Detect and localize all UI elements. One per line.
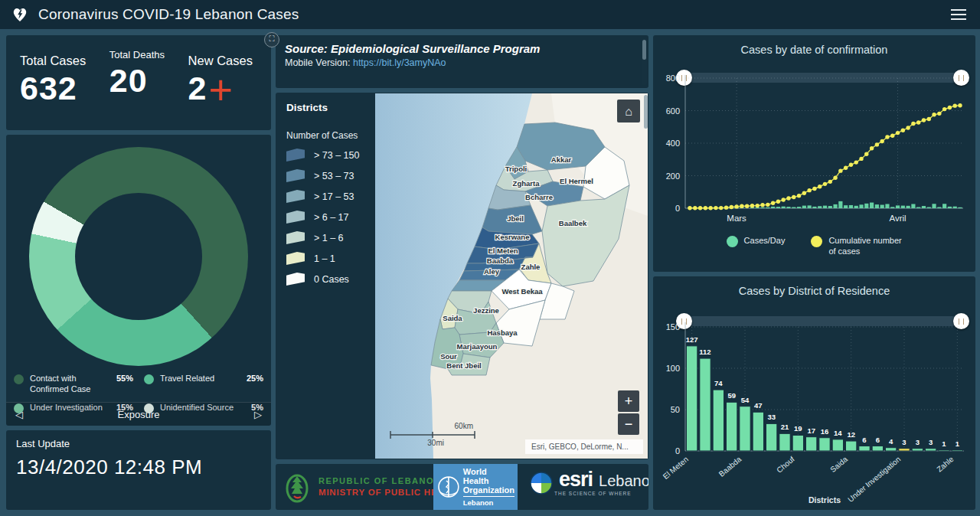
last-update-panel: Last Update 13/4/2020 12:48 PM	[6, 430, 271, 510]
esri-region: Lebanon	[599, 472, 648, 490]
svg-text:14: 14	[834, 429, 842, 437]
svg-text:59: 59	[727, 391, 736, 400]
svg-text:6: 6	[862, 436, 866, 444]
scrollbar[interactable]	[642, 38, 647, 85]
svg-text:6: 6	[876, 436, 880, 444]
lebanon-districts-map[interactable]: AkkarEl HermelTripoliZghartaBcharreBaalb…	[375, 93, 648, 459]
who-region: Lebanon	[463, 498, 514, 507]
svg-text:100: 100	[666, 364, 680, 373]
total-deaths-value: 20	[109, 60, 165, 102]
svg-text:400: 400	[666, 139, 680, 148]
scrollbar[interactable]	[644, 95, 648, 129]
svg-text:19: 19	[794, 424, 802, 433]
exposure-pager: ◁ Exposure ▷	[6, 402, 271, 426]
total-deaths-label: Total Deaths	[109, 49, 165, 60]
scale-mi-label: 30mi	[427, 439, 444, 447]
moph-cedar-icon	[283, 469, 312, 504]
svg-text:El Meten: El Meten	[488, 247, 518, 255]
summary-stats-panel: Total Cases 632 Total Deaths 20 New Case…	[6, 35, 271, 130]
svg-text:74: 74	[714, 379, 723, 387]
svg-text:Zahle: Zahle	[935, 455, 956, 474]
who-line2: Organization	[463, 485, 514, 495]
svg-text:3: 3	[902, 438, 906, 446]
svg-text:Bcharre: Bcharre	[525, 193, 553, 201]
svg-text:33: 33	[767, 413, 776, 421]
svg-text:127: 127	[686, 335, 698, 344]
previous-page-arrow-icon[interactable]: ◁	[6, 409, 32, 420]
source-panel: Source: Epidemiological Surveillance Pro…	[276, 35, 648, 88]
panel-expand-button[interactable]: ⛶	[264, 32, 279, 47]
esri-globe-icon	[528, 470, 554, 496]
svg-text:50: 50	[671, 405, 680, 414]
hamburger-menu-icon[interactable]	[948, 6, 969, 23]
who-emblem-icon	[436, 475, 461, 499]
svg-text:El Meten: El Meten	[662, 455, 690, 481]
svg-text:0: 0	[675, 446, 680, 456]
next-page-arrow-icon[interactable]: ▷	[245, 409, 271, 420]
svg-text:Kesrwane: Kesrwane	[495, 233, 530, 241]
red-plus-icon: +	[209, 67, 234, 113]
app-header: Coronavirus COVID-19 Lebanon Cases	[0, 0, 980, 31]
svg-text:17: 17	[807, 426, 815, 435]
svg-text:Avril: Avril	[889, 214, 906, 223]
scale-km-label: 60km	[455, 422, 473, 430]
chart-title: Cases by District of Residence	[653, 285, 975, 297]
svg-text:Saida: Saida	[828, 455, 849, 474]
svg-text:Districts: Districts	[808, 495, 841, 505]
partner-logos-panel: REPUBLIC OF LEBANON MINISTRY OF PUBLIC H…	[276, 464, 648, 510]
svg-text:Jezzine: Jezzine	[473, 306, 499, 315]
chart-legend: Cases/DayCumulative number of cases	[653, 236, 975, 257]
cases-by-date-chart[interactable]: 0200400600800MarsAvril	[658, 69, 971, 231]
svg-text:54: 54	[741, 396, 750, 404]
esri-wordmark: esri	[559, 470, 593, 488]
mobile-version-link[interactable]: https://bit.ly/3amyNAo	[353, 57, 446, 68]
total-cases-stat: Total Cases 632	[20, 35, 86, 130]
map-home-button[interactable]: ⌂	[617, 100, 640, 122]
svg-text:Tripoli: Tripoli	[505, 165, 528, 173]
svg-text:800: 800	[666, 73, 680, 83]
svg-text:112: 112	[699, 348, 710, 356]
legend-item: Contact with Confirmed Case55%	[14, 374, 133, 395]
svg-text:Baabda: Baabda	[717, 455, 743, 478]
svg-text:West Bekaa: West Bekaa	[501, 287, 543, 296]
plus-icon: +	[625, 394, 633, 409]
svg-text:Under Investigation: Under Investigation	[846, 455, 902, 504]
total-cases-value: 632	[20, 68, 86, 109]
map-zoom-in-button[interactable]: +	[618, 390, 639, 412]
map-zoom-out-button[interactable]: −	[618, 413, 639, 435]
svg-text:Zahle: Zahle	[521, 263, 541, 271]
svg-text:Marjaayoun: Marjaayoun	[457, 342, 498, 351]
svg-text:Jbeil: Jbeil	[507, 214, 524, 223]
map-attribution: Esri, GEBCO, DeLorme, N...	[531, 443, 629, 451]
svg-text:200: 200	[666, 171, 680, 181]
new-cases-stat: New Cases 2+	[188, 35, 253, 130]
last-update-value: 13/4/2020 12:48 PM	[16, 456, 271, 479]
esri-tagline: THE SCIENCE OF WHERE	[554, 491, 648, 496]
cases-by-district-panel: Cases by District of Residence 050100150…	[653, 276, 975, 510]
who-logo: World Health Organization Lebanon	[433, 464, 518, 510]
svg-text:150: 150	[666, 322, 680, 331]
page-title: Coronavirus COVID-19 Lebanon Cases	[38, 6, 299, 23]
svg-text:16: 16	[821, 427, 829, 436]
svg-text:0: 0	[675, 204, 680, 213]
home-icon: ⌂	[625, 105, 632, 118]
svg-text:21: 21	[781, 423, 789, 431]
legend-item: Travel Related25%	[144, 374, 263, 395]
esri-logo: esri Lebanon THE SCIENCE OF WHERE	[528, 470, 648, 496]
cases-by-district-chart[interactable]: 050100150El Meten1271127459Baabda5447332…	[658, 310, 971, 508]
svg-text:Baalbek: Baalbek	[559, 219, 587, 227]
svg-text:600: 600	[666, 106, 680, 116]
svg-text:Aley: Aley	[484, 267, 500, 276]
new-cases-value: 2+	[188, 68, 253, 109]
svg-text:El Hermel: El Hermel	[560, 177, 593, 185]
who-line1: World Health	[463, 467, 514, 485]
svg-text:3: 3	[916, 438, 920, 446]
minus-icon: −	[625, 416, 633, 432]
svg-text:1: 1	[956, 439, 960, 448]
exposure-caption: Exposure	[32, 409, 245, 420]
total-cases-label: Total Cases	[20, 54, 86, 68]
exposure-donut-chart[interactable]	[29, 147, 248, 366]
last-update-label: Last Update	[16, 438, 271, 449]
svg-text:Chouf: Chouf	[775, 455, 796, 475]
map-panel: Districts Number of Cases > 73 – 150> 53…	[276, 93, 648, 459]
